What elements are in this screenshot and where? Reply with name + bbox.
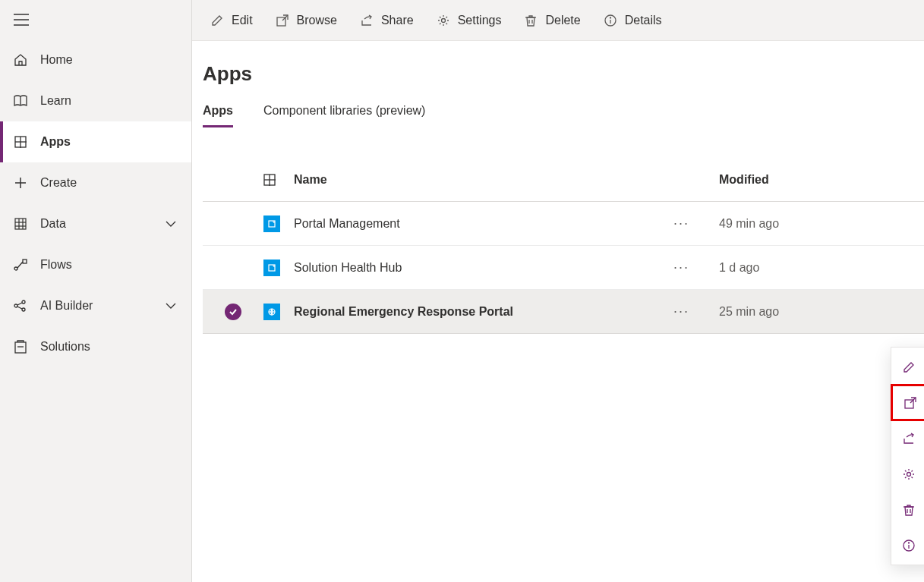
page-header: Apps <box>192 41 924 104</box>
gear-icon <box>437 14 450 27</box>
context-menu-details[interactable]: Details <box>891 527 924 563</box>
trash-icon <box>524 14 538 27</box>
app-name: Regional Emergency Response Portal <box>294 305 673 319</box>
row-more-button[interactable]: ··· <box>673 260 719 275</box>
toolbar-label: Settings <box>458 14 502 27</box>
svg-point-31 <box>610 17 610 18</box>
sidebar-item-create[interactable]: Create <box>0 162 191 203</box>
svg-point-18 <box>22 308 25 311</box>
home-icon <box>13 52 28 68</box>
toolbar: Edit Browse Share Settings <box>192 0 924 41</box>
toolbar-details-button[interactable]: Details <box>596 5 670 36</box>
table-header: Name Modified <box>203 158 924 202</box>
info-icon <box>604 14 617 27</box>
app-type-icon <box>263 215 280 232</box>
sidebar-item-label: Learn <box>40 94 191 108</box>
svg-line-19 <box>17 303 22 305</box>
apps-table: Name Modified Portal Management ··· 49 m… <box>192 127 924 334</box>
toolbar-browse-button[interactable]: Browse <box>268 5 345 36</box>
chevron-down-icon <box>166 221 176 227</box>
sidebar-item-label: Data <box>40 217 153 231</box>
apps-icon <box>13 134 28 149</box>
share-icon <box>902 432 916 445</box>
ai-icon <box>13 298 28 313</box>
toolbar-label: Edit <box>232 14 253 27</box>
modified-column-header[interactable]: Modified <box>719 173 924 187</box>
app-name: Solution Health Hub <box>294 261 673 275</box>
table-row[interactable]: Solution Health Hub ··· 1 d ago <box>203 246 924 290</box>
type-column-header[interactable] <box>263 174 294 186</box>
tab-apps[interactable]: Apps <box>203 104 233 127</box>
svg-rect-15 <box>23 260 27 263</box>
toolbar-label: Delete <box>545 14 580 27</box>
sidebar-item-home[interactable]: Home <box>0 39 191 80</box>
name-column-header[interactable]: Name <box>294 173 673 187</box>
grid-icon <box>13 216 28 231</box>
context-menu-browse[interactable]: Browse <box>891 384 924 421</box>
toolbar-delete-button[interactable]: Delete <box>516 5 588 36</box>
sidebar-item-label: Create <box>40 176 191 190</box>
selected-check-icon[interactable] <box>225 304 241 320</box>
sidebar-item-flows[interactable]: Flows <box>0 244 191 285</box>
hamburger-menu[interactable] <box>0 0 191 39</box>
plus-icon <box>13 175 28 190</box>
sidebar-item-label: Home <box>40 53 191 67</box>
svg-line-20 <box>17 307 22 309</box>
svg-point-14 <box>14 267 17 270</box>
svg-point-41 <box>907 472 911 476</box>
sidebar-item-ai-builder[interactable]: AI Builder <box>0 285 191 326</box>
browse-icon <box>904 396 917 410</box>
sidebar-item-learn[interactable]: Learn <box>0 80 191 121</box>
solutions-icon <box>13 339 28 354</box>
main-content: Edit Browse Share Settings <box>192 0 924 582</box>
toolbar-label: Share <box>381 14 414 27</box>
svg-point-17 <box>22 300 25 304</box>
context-menu-delete[interactable]: Delete <box>891 492 924 527</box>
sidebar-item-label: Flows <box>40 258 191 272</box>
trash-icon <box>902 503 916 517</box>
row-more-button[interactable]: ··· <box>673 215 719 231</box>
table-row[interactable]: Regional Emergency Response Portal ··· 2… <box>203 290 924 334</box>
sidebar-item-solutions[interactable]: Solutions <box>0 326 191 367</box>
edit-icon <box>210 14 224 27</box>
toolbar-label: Browse <box>297 14 337 27</box>
edit-icon <box>902 360 916 374</box>
app-modified: 49 min ago <box>719 217 924 231</box>
toolbar-settings-button[interactable]: Settings <box>429 5 509 36</box>
context-menu-settings[interactable]: Settings <box>891 456 924 492</box>
sidebar: Home Learn Apps Create Data <box>0 0 192 582</box>
sidebar-item-label: AI Builder <box>40 299 153 313</box>
app-name: Portal Management <box>294 217 673 231</box>
book-icon <box>13 93 28 109</box>
app-type-icon <box>263 260 280 276</box>
chevron-down-icon <box>166 303 176 309</box>
table-row[interactable]: Portal Management ··· 49 min ago <box>203 202 924 246</box>
flows-icon <box>13 257 28 272</box>
context-menu-share[interactable]: Share <box>891 420 924 456</box>
gear-icon <box>902 467 916 481</box>
svg-point-25 <box>441 18 445 22</box>
sidebar-item-apps[interactable]: Apps <box>0 121 191 162</box>
sidebar-item-data[interactable]: Data <box>0 203 191 244</box>
svg-rect-21 <box>15 342 26 353</box>
tab-component-libraries[interactable]: Component libraries (preview) <box>263 104 425 127</box>
context-menu-edit[interactable]: Edit <box>891 349 924 385</box>
context-menu: Edit Browse Share Settings <box>891 347 924 565</box>
sidebar-item-label: Solutions <box>40 340 191 354</box>
page-title: Apps <box>203 62 924 86</box>
svg-point-47 <box>909 543 910 543</box>
tabs: Apps Component libraries (preview) <box>192 104 924 127</box>
share-icon <box>360 14 374 27</box>
app-modified: 1 d ago <box>719 261 924 275</box>
app-type-icon <box>263 304 280 320</box>
sidebar-item-label: Apps <box>40 135 191 149</box>
toolbar-share-button[interactable]: Share <box>352 5 421 36</box>
menu-icon <box>14 12 29 27</box>
app-modified: 25 min ago <box>719 305 924 319</box>
svg-point-16 <box>14 304 17 307</box>
row-more-button[interactable]: ··· <box>673 304 719 319</box>
info-icon <box>902 539 916 552</box>
svg-rect-9 <box>15 219 26 229</box>
toolbar-label: Details <box>625 14 662 27</box>
toolbar-edit-button[interactable]: Edit <box>203 5 260 36</box>
